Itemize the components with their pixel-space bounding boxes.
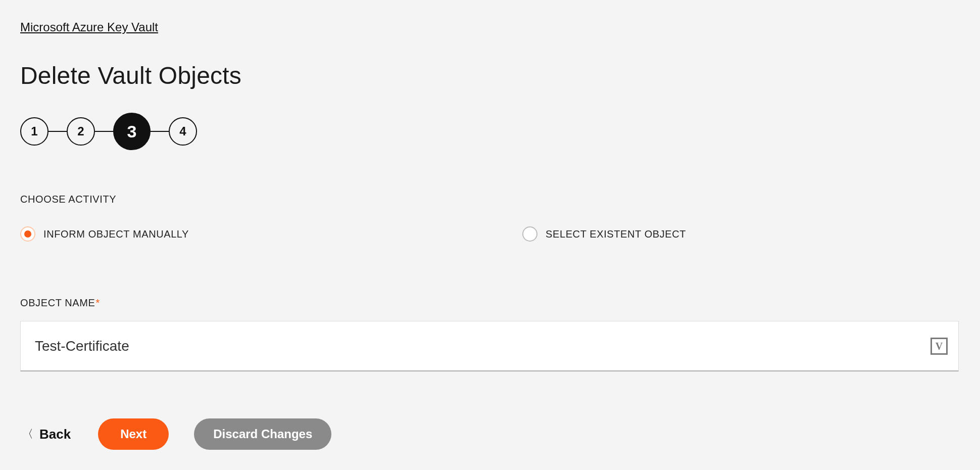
step-1[interactable]: 1 bbox=[20, 117, 48, 146]
next-button[interactable]: Next bbox=[98, 418, 169, 450]
chevron-left-icon: 〈 bbox=[22, 429, 33, 440]
back-button[interactable]: 〈 Back bbox=[20, 422, 73, 446]
object-name-label: OBJECT NAME bbox=[20, 297, 95, 308]
choose-activity-label: CHOOSE ACTIVITY bbox=[20, 194, 960, 205]
back-button-label: Back bbox=[39, 427, 71, 442]
activity-radio-group: INFORM OBJECT MANUALLY SELECT EXISTENT O… bbox=[20, 226, 960, 242]
object-name-field: OBJECT NAME* V bbox=[20, 297, 960, 371]
step-connector bbox=[95, 131, 113, 132]
object-name-input[interactable] bbox=[20, 321, 959, 371]
radio-label: INFORM OBJECT MANUALLY bbox=[43, 228, 189, 240]
required-mark: * bbox=[95, 297, 100, 308]
breadcrumb-link[interactable]: Microsoft Azure Key Vault bbox=[20, 20, 960, 34]
step-connector bbox=[151, 131, 169, 132]
step-4[interactable]: 4 bbox=[169, 117, 197, 146]
discard-changes-button[interactable]: Discard Changes bbox=[194, 418, 331, 450]
page-root: Microsoft Azure Key Vault Delete Vault O… bbox=[0, 0, 980, 470]
radio-select-existent[interactable]: SELECT EXISTENT OBJECT bbox=[522, 226, 686, 242]
wizard-footer: 〈 Back Next Discard Changes bbox=[20, 403, 960, 455]
object-name-input-wrap: V bbox=[20, 321, 959, 371]
page-title: Delete Vault Objects bbox=[20, 62, 960, 89]
step-3[interactable]: 3 bbox=[113, 113, 151, 150]
step-connector bbox=[48, 131, 67, 132]
variable-icon[interactable]: V bbox=[930, 338, 948, 355]
step-2[interactable]: 2 bbox=[67, 117, 95, 146]
radio-label: SELECT EXISTENT OBJECT bbox=[546, 228, 686, 240]
radio-indicator bbox=[522, 226, 537, 242]
radio-inform-manually[interactable]: INFORM OBJECT MANUALLY bbox=[20, 226, 189, 242]
radio-dot-icon bbox=[24, 230, 31, 238]
radio-indicator bbox=[20, 226, 35, 242]
stepper: 1 2 3 4 bbox=[20, 113, 960, 150]
